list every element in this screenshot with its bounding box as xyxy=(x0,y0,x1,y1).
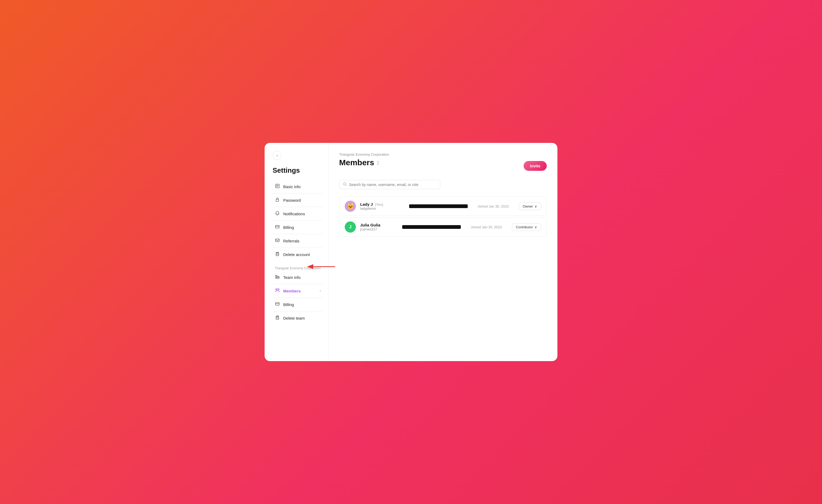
avatar: J xyxy=(345,221,356,232)
sidebar-item-password[interactable]: Password xyxy=(273,194,323,206)
team-info-icon xyxy=(275,275,280,280)
members-list: 🐱 Lady J (You) ladyjdemo Joined Jan 30, … xyxy=(339,197,547,236)
delete-account-icon xyxy=(275,251,280,257)
sidebar-item-basic-info[interactable]: Basic info xyxy=(273,181,323,192)
invite-button[interactable]: Invite xyxy=(524,161,547,171)
page-header: Members 2 xyxy=(339,158,379,167)
team-info-label: Team info xyxy=(283,275,301,280)
referrals-label: Referrals xyxy=(283,239,300,243)
back-button[interactable]: ‹ xyxy=(273,151,282,160)
main-content: Triangular Economy Corporation Members 2… xyxy=(329,143,557,361)
notifications-icon xyxy=(275,211,280,216)
svg-point-24 xyxy=(344,183,346,185)
svg-point-15 xyxy=(278,289,279,290)
delete-account-label: Delete account xyxy=(283,252,310,257)
sidebar-item-team-billing[interactable]: Billing xyxy=(273,299,323,310)
member-row: 🐱 Lady J (You) ladyjdemo Joined Jan 30, … xyxy=(339,197,547,216)
notifications-label: Notifications xyxy=(283,211,305,216)
breadcrumb: Triangular Economy Corporation xyxy=(339,152,547,156)
team-billing-icon xyxy=(275,302,280,307)
billing-icon xyxy=(275,224,280,230)
svg-rect-11 xyxy=(276,275,277,278)
svg-line-25 xyxy=(346,185,347,186)
sidebar-item-delete-team[interactable]: Delete team xyxy=(273,313,323,324)
svg-point-14 xyxy=(277,289,278,290)
role-chevron: ∨ xyxy=(534,204,537,208)
delete-team-icon xyxy=(275,315,280,321)
member-username: ladyjdemo xyxy=(360,206,405,210)
member-info: Lady J (You) ladyjdemo xyxy=(360,202,405,210)
member-row: J Julia Gulia jcarnes317 Joined Jan 30, … xyxy=(339,217,547,236)
svg-rect-4 xyxy=(276,199,279,201)
delete-team-label: Delete team xyxy=(283,316,305,321)
members-label: Members xyxy=(283,289,301,293)
personal-nav: Basic info Password xyxy=(273,181,323,260)
settings-title: Settings xyxy=(273,166,323,174)
svg-rect-12 xyxy=(277,276,278,278)
svg-rect-5 xyxy=(276,225,279,228)
svg-rect-13 xyxy=(278,277,279,278)
search-input[interactable] xyxy=(349,182,436,187)
svg-rect-8 xyxy=(276,253,279,256)
sidebar-item-referrals[interactable]: Referrals xyxy=(273,235,323,246)
team-section-label: Triangular Economy Corporation xyxy=(273,262,323,272)
member-info: Julia Gulia jcarnes317 xyxy=(360,223,398,231)
referrals-icon xyxy=(275,238,280,244)
members-icon xyxy=(275,288,280,294)
basic-info-icon xyxy=(275,183,280,189)
sidebar-item-notifications[interactable]: Notifications xyxy=(273,208,323,219)
sidebar-item-members[interactable]: Members › xyxy=(273,285,323,297)
member-bar xyxy=(402,225,461,229)
password-icon xyxy=(275,197,280,203)
sidebar-item-team-info[interactable]: Team info xyxy=(273,272,323,283)
sidebar-item-billing[interactable]: Billing xyxy=(273,222,323,233)
member-name: Julia Gulia xyxy=(360,223,398,227)
svg-rect-19 xyxy=(276,317,279,319)
member-date: Joined Jan 30, 2023 xyxy=(472,204,514,208)
member-date: Joined Jan 30, 2023 xyxy=(465,225,508,229)
member-username: jcarnes317 xyxy=(360,227,398,231)
sidebar: ‹ Settings Basic info xyxy=(265,143,329,361)
basic-info-label: Basic info xyxy=(283,184,301,189)
role-chevron: ∨ xyxy=(534,225,537,229)
member-bar xyxy=(409,204,468,208)
role-badge[interactable]: Contributor ∨ xyxy=(512,223,541,231)
role-badge[interactable]: Owner ∨ xyxy=(519,202,541,210)
svg-rect-7 xyxy=(276,239,279,241)
team-nav: Team info Members xyxy=(273,272,323,324)
billing-label: Billing xyxy=(283,225,294,229)
avatar: 🐱 xyxy=(345,201,356,212)
team-billing-label: Billing xyxy=(283,302,294,307)
search-icon xyxy=(343,182,347,187)
app-window: ‹ Settings Basic info xyxy=(265,143,557,361)
svg-point-16 xyxy=(276,289,277,290)
search-bar xyxy=(339,180,440,189)
page-title: Members xyxy=(339,158,374,167)
member-name: Lady J (You) xyxy=(360,202,405,206)
members-chevron: › xyxy=(320,289,321,293)
sidebar-item-delete-account[interactable]: Delete account xyxy=(273,249,323,260)
svg-rect-17 xyxy=(276,303,279,305)
member-count: 2 xyxy=(377,161,379,165)
members-nav-left: Members xyxy=(275,288,301,294)
password-label: Password xyxy=(283,198,301,202)
